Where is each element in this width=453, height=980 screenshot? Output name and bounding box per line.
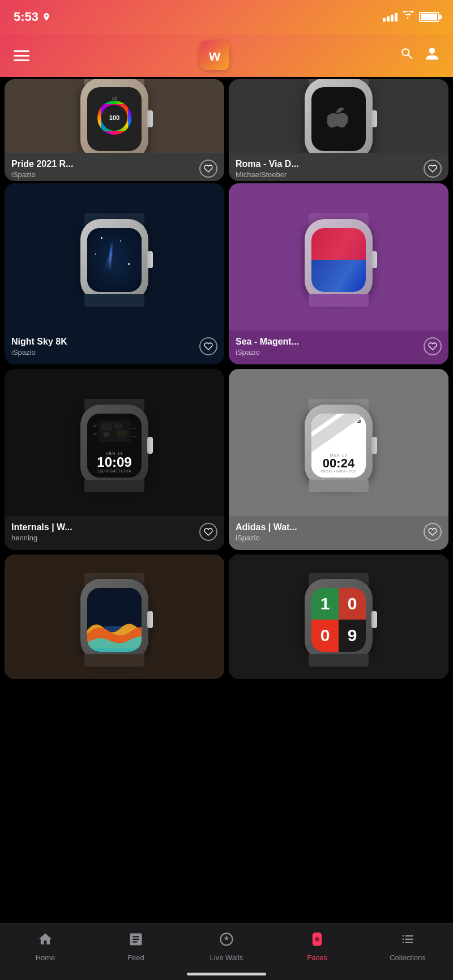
- watch-card-pride[interactable]: 100 12 Pride 2021 R.: [5, 79, 224, 181]
- tab-collections[interactable]: Collections: [362, 931, 453, 962]
- card-image-nightsky: [5, 183, 224, 330]
- svg-rect-2: [114, 423, 122, 428]
- battery-icon: [419, 12, 439, 22]
- heart-button-pride[interactable]: [199, 160, 217, 178]
- card-author-roma: MichaelSteeber: [236, 170, 299, 179]
- home-indicator: [187, 973, 266, 975]
- watch-frame-colorblock: 1 0 0 9: [302, 573, 375, 667]
- app-logo: w: [200, 41, 229, 70]
- heart-button-adidas[interactable]: [424, 523, 442, 541]
- status-time: 5:53: [14, 10, 51, 24]
- search-button[interactable]: [400, 46, 414, 65]
- wifi-icon: [402, 11, 414, 24]
- card-footer-pride: Pride 2021 R... iSpazio: [5, 153, 224, 181]
- watch-card-roma[interactable]: Roma - Via D... MichaelSteeber: [229, 79, 448, 181]
- heart-button-seamagenta[interactable]: [424, 337, 442, 355]
- svg-rect-4: [117, 430, 127, 437]
- tab-bar: Home Feed Live Walls Faces: [0, 923, 453, 980]
- watch-frame-seamagenta: [302, 213, 375, 307]
- top-partial-row: 100 12 Pride 2021 R.: [0, 77, 453, 181]
- svg-point-10: [94, 432, 96, 435]
- card-footer-nightsky: Night Sky 8K iSpazio: [5, 330, 224, 363]
- status-bar: 5:53: [0, 0, 453, 34]
- card-image-wave: [5, 555, 224, 679]
- card-footer-seamagenta: Sea - Magent... iSpazio: [229, 330, 448, 363]
- card-title-seamagenta: Sea - Magent...: [236, 336, 299, 347]
- tab-livewalls[interactable]: Live Walls: [181, 931, 272, 962]
- heart-button-internals[interactable]: [199, 523, 217, 541]
- logo-letter: w: [209, 47, 220, 65]
- watch-frame-nightsky: [78, 213, 151, 307]
- card-image-colorblock: 1 0 0 9: [229, 555, 448, 679]
- watch-card-wave[interactable]: [5, 555, 224, 679]
- card-title-adidas: Adidas | Wat...: [236, 522, 297, 532]
- svg-rect-1: [101, 423, 112, 430]
- tab-feed[interactable]: Feed: [91, 931, 181, 962]
- card-author-nightsky: iSpazio: [11, 348, 67, 356]
- card-footer-internals: Internals | W... henning: [5, 516, 224, 549]
- card-info-nightsky: Night Sky 8K iSpazio: [11, 336, 67, 356]
- watch-frame-adidas: ⊿ MER 10 00:24 0KCAL • 0MIN • 0/12: [302, 399, 375, 492]
- profile-button[interactable]: [425, 46, 439, 65]
- time-display: 5:53: [14, 10, 39, 24]
- card-title-roma: Roma - Via D...: [236, 158, 299, 169]
- tab-label-livewalls: Live Walls: [210, 953, 243, 962]
- card-image-seamagenta: [229, 183, 448, 330]
- card-info-internals: Internals | W... henning: [11, 522, 72, 542]
- watch-frame-wave: [78, 573, 151, 667]
- home-icon: [37, 931, 53, 951]
- card-info-pride: Pride 2021 R... iSpazio: [11, 158, 73, 179]
- nav-bar: w: [0, 34, 453, 77]
- card-footer-roma: Roma - Via D... MichaelSteeber: [229, 153, 448, 181]
- watch-card-adidas[interactable]: ⊿ MER 10 00:24 0KCAL • 0MIN • 0/12: [229, 369, 448, 550]
- faces-icon: [309, 931, 325, 951]
- card-info-roma: Roma - Via D... MichaelSteeber: [236, 158, 299, 179]
- watch-card-nightsky[interactable]: Night Sky 8K iSpazio: [5, 183, 224, 364]
- main-content: 5:53 w: [0, 0, 453, 746]
- svg-point-9: [94, 424, 96, 427]
- tab-label-collections: Collections: [390, 953, 426, 962]
- card-footer-adidas: Adidas | Wat... iSpazio: [229, 516, 448, 549]
- card-title-nightsky: Night Sky 8K: [11, 336, 67, 347]
- card-image-internals: VEN 23 10:09 100% BATTERIA: [5, 369, 224, 516]
- card-info-seamagenta: Sea - Magent... iSpazio: [236, 336, 299, 356]
- watch-card-internals[interactable]: VEN 23 10:09 100% BATTERIA Internals | W…: [5, 369, 224, 550]
- watch-card-colorblock[interactable]: 1 0 0 9: [229, 555, 448, 679]
- nav-right-actions: [400, 46, 439, 65]
- card-image-pride: 100 12: [5, 79, 224, 153]
- collections-icon: [400, 931, 416, 951]
- feed-icon: [128, 931, 144, 951]
- card-image-roma: [229, 79, 448, 153]
- watch-card-seamagenta[interactable]: Sea - Magent... iSpazio: [229, 183, 448, 364]
- watch-frame-roma: [302, 79, 375, 153]
- card-author-seamagenta: iSpazio: [236, 348, 299, 356]
- status-icons: [383, 11, 439, 24]
- card-image-adidas: ⊿ MER 10 00:24 0KCAL • 0MIN • 0/12: [229, 369, 448, 516]
- card-title-pride: Pride 2021 R...: [11, 158, 73, 169]
- watch-frame-internals: VEN 23 10:09 100% BATTERIA: [78, 399, 151, 492]
- tab-label-home: Home: [36, 953, 55, 962]
- card-author-pride: iSpazio: [11, 170, 73, 179]
- tab-faces[interactable]: Faces: [272, 931, 362, 962]
- card-author-adidas: iSpazio: [236, 534, 297, 542]
- tab-home[interactable]: Home: [0, 931, 91, 962]
- card-author-internals: henning: [11, 534, 72, 542]
- watch-grid: Night Sky 8K iSpazio: [0, 181, 453, 684]
- heart-button-roma[interactable]: [424, 160, 442, 178]
- location-icon: [42, 12, 51, 22]
- svg-point-13: [316, 938, 319, 940]
- watch-frame-pride: 100 12: [78, 79, 151, 153]
- svg-rect-3: [104, 432, 109, 436]
- tab-label-feed: Feed: [127, 953, 144, 962]
- tab-label-faces: Faces: [307, 953, 327, 962]
- signal-icon: [383, 13, 398, 22]
- menu-button[interactable]: [14, 50, 29, 61]
- card-info-adidas: Adidas | Wat... iSpazio: [236, 522, 297, 542]
- livewalls-icon: [219, 931, 234, 951]
- heart-button-nightsky[interactable]: [199, 337, 217, 355]
- card-title-internals: Internals | W...: [11, 522, 72, 532]
